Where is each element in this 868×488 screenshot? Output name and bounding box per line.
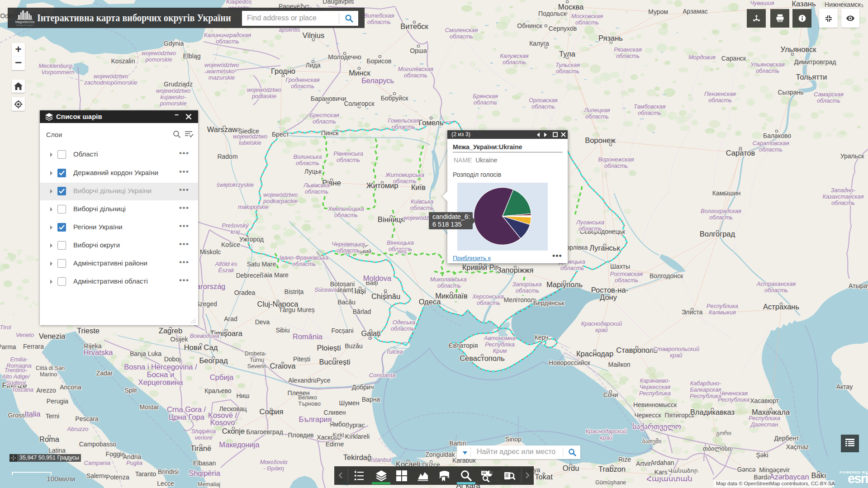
svg-text:Молодечно: Молодечно (328, 53, 361, 61)
svg-text:Szeged: Szeged (195, 300, 217, 308)
svg-text:Велико: Велико (298, 394, 317, 401)
svg-text:Kırklareli: Kırklareli (345, 433, 370, 440)
svg-text:Македонија: Македонија (219, 441, 260, 449)
svg-text:область: область (410, 204, 434, 211)
svg-text:Deva: Deva (255, 318, 270, 326)
svg-text:область: область (560, 265, 584, 271)
svg-text:Ordu: Ordu (563, 464, 579, 472)
svg-text:край: край (600, 434, 612, 441)
svg-text:pomorskie: pomorskie (145, 56, 172, 63)
svg-text:Bosna i Hercegovina /: Bosna i Hercegovina / (124, 363, 197, 371)
svg-text:Запоріжжя: Запоріжжя (497, 266, 533, 274)
svg-text:Košice: Košice (221, 241, 240, 248)
svg-text:Artvin: Artvin (636, 460, 652, 467)
svg-text:województwo: województwo (156, 87, 190, 94)
svg-text:İstanbul: İstanbul (371, 456, 392, 463)
svg-text:область: область (759, 146, 783, 153)
svg-text:Воронеж: Воронеж (585, 136, 616, 144)
svg-text:საქართველო: საქართველო (632, 422, 681, 431)
svg-text:świętokrzyskie: świętokrzyskie (217, 181, 254, 188)
svg-text:Московская: Московская (571, 13, 603, 19)
svg-text:Moldova: Moldova (363, 274, 392, 282)
svg-text:Craiova: Craiova (270, 362, 296, 370)
svg-text:Toscana: Toscana (12, 386, 33, 393)
svg-text:Брест: Брест (272, 131, 289, 138)
svg-text:Severin: Severin (247, 363, 266, 370)
svg-text:Debrecen: Debrecen (236, 272, 264, 279)
svg-text:woj.: woj. (398, 248, 408, 255)
svg-text:Alföld és: Alföld és (214, 261, 237, 267)
svg-text:Abruzzo: Abruzzo (67, 426, 89, 432)
svg-text:Alto Adige/: Alto Adige/ (1, 373, 30, 380)
svg-text:Trabzon: Trabzon (598, 465, 626, 473)
svg-text:pomorskie: pomorskie (159, 100, 186, 107)
svg-text:область: область (831, 199, 855, 206)
svg-text:Варна: Варна (362, 396, 380, 403)
svg-text:Тула: Тула (559, 50, 576, 58)
svg-text:Pescara: Pescara (75, 415, 99, 422)
svg-text:Taranto: Taranto (135, 470, 157, 478)
svg-text:Търново: Търново (298, 401, 321, 407)
svg-text:Рівненська: Рівненська (333, 150, 363, 157)
svg-text:Липецкая: Липецкая (583, 107, 610, 114)
svg-text:Івано-Франківська: Івано-Франківська (280, 254, 329, 261)
svg-text:Солигорск: Солигорск (344, 100, 375, 107)
svg-text:область: область (708, 97, 732, 104)
svg-text:Bacău: Bacău (337, 298, 356, 306)
svg-text:Zonguldak: Zonguldak (425, 451, 455, 458)
svg-text:Koszalin: Koszalin (111, 57, 135, 65)
svg-text:Suceava: Suceava (314, 286, 337, 293)
svg-text:Ниш: Ниш (236, 392, 249, 399)
svg-text:Gəncə: Gəncə (737, 466, 755, 473)
svg-text:Buzău: Buzău (345, 342, 363, 350)
svg-text:Астрахань: Астрахань (763, 303, 799, 311)
svg-text:Gümüşhane: Gümüşhane (595, 479, 626, 486)
svg-text:Камышин: Камышин (712, 190, 740, 197)
svg-text:Бердянськ: Бердянськ (533, 299, 564, 307)
svg-text:область: область (437, 282, 461, 289)
svg-text:Благоевград: Благоевград (246, 428, 283, 436)
svg-text:Kosovo: Kosovo (210, 418, 235, 426)
svg-text:Daugavpils: Daugavpils (323, 0, 354, 5)
svg-text:Città di San: Città di San (36, 365, 65, 371)
svg-text:Arezzo: Arezzo (36, 387, 56, 394)
svg-text:область: область (337, 247, 360, 254)
svg-text:Барановичи: Барановичи (311, 95, 346, 102)
svg-text:Республика: Республика (639, 390, 671, 397)
svg-text:Пензенская: Пензенская (704, 90, 736, 97)
svg-text:Краљево: Краљево (204, 387, 231, 394)
svg-text:România: România (293, 332, 323, 341)
svg-text:Ploiești: Ploiești (317, 344, 341, 352)
svg-text:Добрич: Добрич (352, 384, 374, 391)
svg-text:Карачаево-: Карачаево- (640, 377, 670, 384)
svg-text:область: область (531, 103, 555, 110)
svg-text:Кабардино-: Кабардино- (690, 380, 721, 387)
svg-text:Минск: Минск (349, 69, 370, 77)
svg-text:область: область (616, 52, 640, 59)
svg-text:Запорізька: Запорізька (512, 281, 542, 288)
svg-text:Bərdə: Bərdə (754, 474, 771, 481)
svg-text:Саратовская: Саратовская (752, 140, 789, 147)
svg-text:Атырау: Атырау (849, 282, 868, 289)
svg-text:область: область (817, 97, 840, 104)
svg-text:Sibiu: Sibiu (275, 327, 289, 334)
svg-text:Сызрань: Сызрань (778, 89, 803, 96)
svg-text:Ульяновск: Ульяновск (781, 45, 817, 53)
svg-text:Воеводина: Воеводина (190, 332, 219, 339)
svg-text:Одеса: Одеса (419, 298, 441, 306)
svg-text:Сочи: Сочи (603, 391, 618, 398)
svg-text:Херсонська: Херсонська (472, 293, 504, 300)
svg-text:Керч: Керч (535, 334, 549, 341)
svg-text:ბათუმი: ბათუმი (642, 438, 661, 445)
svg-text:Miskolc: Miskolc (200, 248, 221, 256)
svg-text:Tulcea: Tulcea (386, 348, 403, 355)
svg-text:Элиста: Элиста (682, 308, 703, 316)
svg-text:Казахстанская: Казахстанская (822, 193, 863, 200)
svg-text:Shqipëria: Shqipëria (189, 469, 221, 477)
svg-text:województwo: województwo (94, 73, 128, 80)
svg-text:область: область (334, 212, 358, 218)
svg-text:Alexandria: Alexandria (288, 377, 318, 384)
svg-text:область: область (585, 113, 609, 120)
svg-text:Смоленская: Смоленская (445, 27, 478, 33)
svg-text:Tiranë: Tiranë (190, 444, 211, 452)
